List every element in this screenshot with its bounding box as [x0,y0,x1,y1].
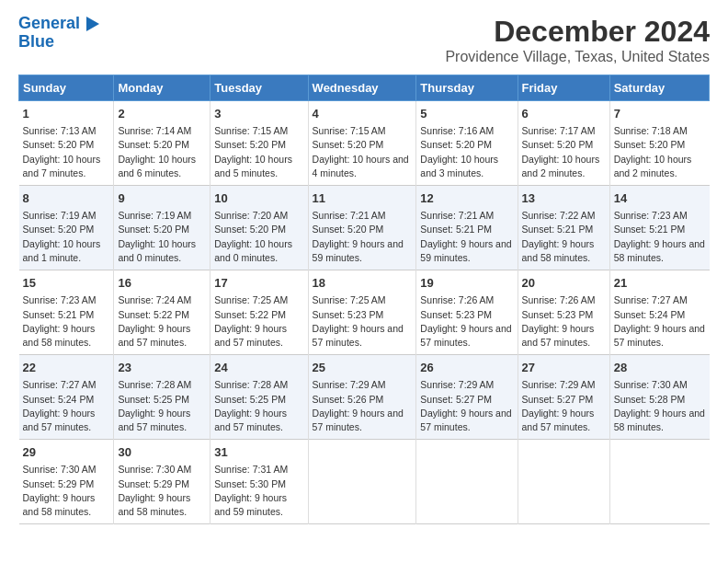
day-number: 29 [23,444,110,461]
day-number: 17 [214,275,303,292]
header-friday: Friday [518,75,609,101]
day-number: 10 [214,190,303,207]
day-number: 27 [522,360,606,376]
calendar-cell: 6 Sunrise: 7:17 AMSunset: 5:20 PMDayligh… [518,101,609,186]
day-number: 8 [23,190,110,207]
header-thursday: Thursday [416,75,518,101]
cell-content: Sunrise: 7:23 AMSunset: 5:21 PMDaylight:… [23,293,110,350]
cell-content: Sunrise: 7:25 AMSunset: 5:22 PMDaylight:… [214,293,303,350]
cell-content: Sunrise: 7:25 AMSunset: 5:23 PMDaylight:… [313,293,413,350]
header-saturday: Saturday [609,75,709,101]
calendar-cell: 9 Sunrise: 7:19 AMSunset: 5:20 PMDayligh… [114,186,210,270]
cell-content: Sunrise: 7:29 AMSunset: 5:27 PMDaylight:… [522,378,606,434]
calendar-week-3: 15 Sunrise: 7:23 AMSunset: 5:21 PMDaylig… [19,270,710,355]
calendar-cell: 18 Sunrise: 7:25 AMSunset: 5:23 PMDaylig… [308,270,416,355]
calendar-cell: 10 Sunrise: 7:20 AMSunset: 5:20 PMDaylig… [210,186,308,270]
calendar-table: SundayMondayTuesdayWednesdayThursdayFrid… [18,75,710,524]
calendar-cell: 19 Sunrise: 7:26 AMSunset: 5:23 PMDaylig… [416,270,518,355]
day-number: 3 [214,106,303,122]
day-number: 9 [118,190,206,207]
day-number: 18 [313,275,413,292]
cell-content: Sunrise: 7:27 AMSunset: 5:24 PMDaylight:… [614,293,706,350]
calendar-cell [518,440,609,524]
cell-content: Sunrise: 7:31 AMSunset: 5:30 PMDaylight:… [214,463,303,519]
day-number: 20 [522,275,606,292]
calendar-cell: 25 Sunrise: 7:29 AMSunset: 5:26 PMDaylig… [308,355,416,440]
calendar-cell: 28 Sunrise: 7:30 AMSunset: 5:28 PMDaylig… [609,355,709,440]
day-number: 16 [118,275,206,292]
day-number: 23 [118,360,206,376]
cell-content: Sunrise: 7:24 AMSunset: 5:22 PMDaylight:… [118,293,206,350]
cell-content: Sunrise: 7:20 AMSunset: 5:20 PMDaylight:… [214,209,303,265]
calendar-week-5: 29 Sunrise: 7:30 AMSunset: 5:29 PMDaylig… [19,440,710,524]
calendar-cell: 22 Sunrise: 7:27 AMSunset: 5:24 PMDaylig… [19,355,114,440]
calendar-week-1: 1 Sunrise: 7:13 AMSunset: 5:20 PMDayligh… [19,101,710,186]
calendar-header-row: SundayMondayTuesdayWednesdayThursdayFrid… [19,75,710,101]
day-number: 25 [313,360,413,376]
calendar-cell [416,440,518,524]
day-number: 21 [614,275,706,292]
cell-content: Sunrise: 7:22 AMSunset: 5:21 PMDaylight:… [522,209,606,265]
title-area: December 2024 Providence Village, Texas,… [445,15,710,65]
day-number: 19 [420,275,513,292]
logo-arrow-icon [86,17,99,31]
calendar-cell: 5 Sunrise: 7:16 AMSunset: 5:20 PMDayligh… [416,101,518,186]
day-number: 12 [420,190,513,207]
day-number: 26 [420,360,513,376]
calendar-cell: 1 Sunrise: 7:13 AMSunset: 5:20 PMDayligh… [19,101,114,186]
calendar-cell: 20 Sunrise: 7:26 AMSunset: 5:23 PMDaylig… [518,270,609,355]
day-number: 14 [614,190,706,207]
calendar-cell: 4 Sunrise: 7:15 AMSunset: 5:20 PMDayligh… [308,101,416,186]
cell-content: Sunrise: 7:30 AMSunset: 5:29 PMDaylight:… [118,463,206,519]
cell-content: Sunrise: 7:19 AMSunset: 5:20 PMDaylight:… [118,209,206,265]
cell-content: Sunrise: 7:27 AMSunset: 5:24 PMDaylight:… [23,378,110,434]
day-number: 11 [313,190,413,207]
calendar-cell: 31 Sunrise: 7:31 AMSunset: 5:30 PMDaylig… [210,440,308,524]
cell-content: Sunrise: 7:26 AMSunset: 5:23 PMDaylight:… [522,293,606,350]
day-number: 31 [214,444,303,461]
cell-content: Sunrise: 7:21 AMSunset: 5:20 PMDaylight:… [313,209,413,265]
header-monday: Monday [114,75,210,101]
day-number: 2 [118,106,206,122]
calendar-week-4: 22 Sunrise: 7:27 AMSunset: 5:24 PMDaylig… [19,355,710,440]
calendar-cell: 16 Sunrise: 7:24 AMSunset: 5:22 PMDaylig… [114,270,210,355]
day-number: 5 [420,106,513,122]
calendar-cell: 11 Sunrise: 7:21 AMSunset: 5:20 PMDaylig… [308,186,416,270]
header-tuesday: Tuesday [210,75,308,101]
calendar-cell [308,440,416,524]
cell-content: Sunrise: 7:14 AMSunset: 5:20 PMDaylight:… [118,124,206,180]
calendar-cell [609,440,709,524]
cell-content: Sunrise: 7:15 AMSunset: 5:20 PMDaylight:… [214,124,303,180]
calendar-subtitle: Providence Village, Texas, United States [445,49,710,65]
header-wednesday: Wednesday [308,75,416,101]
calendar-cell: 12 Sunrise: 7:21 AMSunset: 5:21 PMDaylig… [416,186,518,270]
logo-blue-text: Blue [18,33,54,52]
cell-content: Sunrise: 7:26 AMSunset: 5:23 PMDaylight:… [420,293,513,350]
calendar-cell: 2 Sunrise: 7:14 AMSunset: 5:20 PMDayligh… [114,101,210,186]
calendar-cell: 26 Sunrise: 7:29 AMSunset: 5:27 PMDaylig… [416,355,518,440]
cell-content: Sunrise: 7:17 AMSunset: 5:20 PMDaylight:… [522,124,606,180]
day-number: 1 [23,106,110,122]
calendar-cell: 15 Sunrise: 7:23 AMSunset: 5:21 PMDaylig… [19,270,114,355]
page-header: General Blue December 2024 Providence Vi… [18,15,710,65]
cell-content: Sunrise: 7:21 AMSunset: 5:21 PMDaylight:… [420,209,513,265]
day-number: 6 [522,106,606,122]
cell-content: Sunrise: 7:13 AMSunset: 5:20 PMDaylight:… [23,124,110,180]
calendar-cell: 17 Sunrise: 7:25 AMSunset: 5:22 PMDaylig… [210,270,308,355]
calendar-week-2: 8 Sunrise: 7:19 AMSunset: 5:20 PMDayligh… [19,186,710,270]
day-number: 22 [23,360,110,376]
cell-content: Sunrise: 7:30 AMSunset: 5:28 PMDaylight:… [614,378,706,434]
day-number: 13 [522,190,606,207]
cell-content: Sunrise: 7:28 AMSunset: 5:25 PMDaylight:… [118,378,206,434]
calendar-cell: 24 Sunrise: 7:28 AMSunset: 5:25 PMDaylig… [210,355,308,440]
logo-text: General [18,15,99,33]
calendar-cell: 21 Sunrise: 7:27 AMSunset: 5:24 PMDaylig… [609,270,709,355]
day-number: 7 [614,106,706,122]
calendar-cell: 23 Sunrise: 7:28 AMSunset: 5:25 PMDaylig… [114,355,210,440]
logo: General Blue [18,15,99,52]
calendar-cell: 3 Sunrise: 7:15 AMSunset: 5:20 PMDayligh… [210,101,308,186]
calendar-cell: 30 Sunrise: 7:30 AMSunset: 5:29 PMDaylig… [114,440,210,524]
calendar-cell: 13 Sunrise: 7:22 AMSunset: 5:21 PMDaylig… [518,186,609,270]
cell-content: Sunrise: 7:19 AMSunset: 5:20 PMDaylight:… [23,209,110,265]
cell-content: Sunrise: 7:29 AMSunset: 5:26 PMDaylight:… [313,378,413,434]
